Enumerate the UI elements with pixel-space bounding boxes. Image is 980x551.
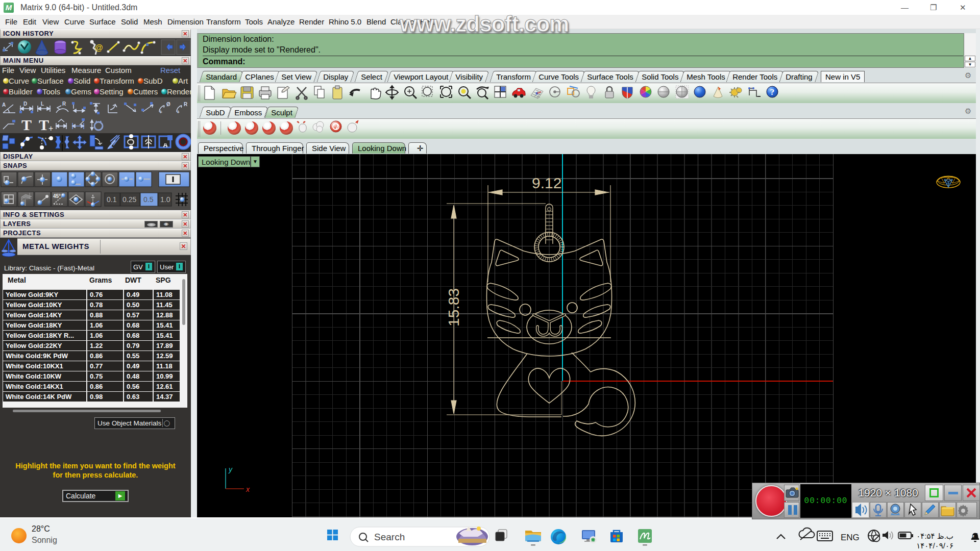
svg-text:?: ? — [770, 87, 775, 97]
svg-text:+: + — [159, 109, 162, 115]
svg-text:x: x — [246, 485, 250, 493]
svg-text:9.12: 9.12 — [532, 174, 561, 191]
svg-text:T: T — [39, 116, 49, 133]
svg-text:R: R — [62, 101, 66, 107]
svg-text:D: D — [23, 101, 27, 107]
svg-text:y: y — [228, 465, 233, 473]
svg-text:0.1: 0.1 — [107, 195, 117, 204]
svg-text:+: + — [177, 109, 180, 115]
svg-text:0.25: 0.25 — [122, 195, 136, 204]
svg-text:۰۴:۵۴ ب.ظ: ۰۴:۵۴ ب.ظ — [916, 532, 953, 540]
svg-text:۱۴۰۴/۰۹/۰۶: ۱۴۰۴/۰۹/۰۶ — [916, 541, 953, 550]
svg-text:Ø: Ø — [166, 102, 170, 107]
svg-text:0.5: 0.5 — [143, 195, 154, 204]
svg-text:T: T — [21, 116, 32, 133]
svg-text:A: A — [2, 102, 6, 108]
svg-text:15.83: 15.83 — [445, 288, 462, 327]
svg-text:z: z — [972, 534, 974, 538]
svg-text:ENG: ENG — [841, 533, 860, 542]
svg-text:@: @ — [95, 43, 103, 52]
svg-text:Z: Z — [975, 533, 978, 536]
svg-text:Search: Search — [374, 532, 405, 542]
svg-text:L: L — [41, 101, 44, 107]
svg-text:1.0: 1.0 — [160, 195, 170, 204]
svg-text:+: + — [48, 124, 53, 133]
svg-text:R: R — [184, 102, 188, 107]
